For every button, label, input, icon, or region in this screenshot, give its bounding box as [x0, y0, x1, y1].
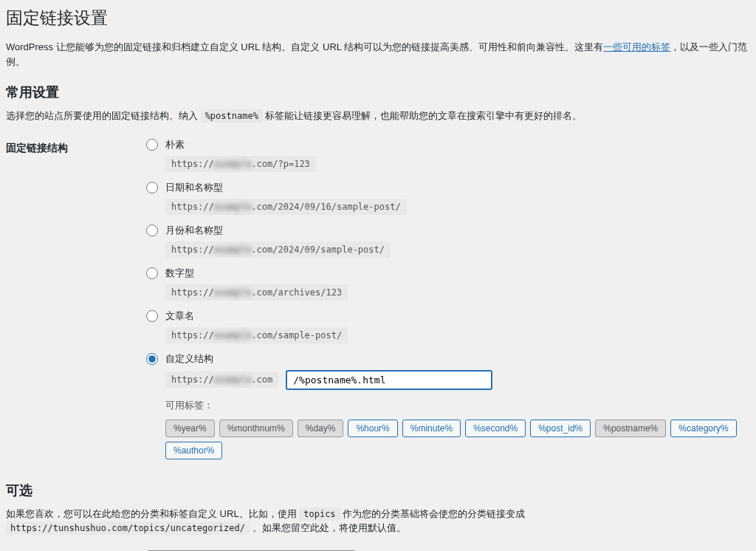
- option-numeric[interactable]: 数字型: [146, 267, 743, 280]
- option-numeric-label: 数字型: [165, 267, 194, 280]
- option-month-name[interactable]: 月份和名称型: [146, 224, 743, 237]
- radio-plain[interactable]: [146, 139, 158, 151]
- permalink-structure-label: 固定链接结构: [6, 131, 139, 467]
- tag-btn-minute[interactable]: %minute%: [402, 420, 461, 437]
- example-month-name: https://example.com/2024/09/sample-post/: [165, 242, 391, 258]
- custom-structure-input[interactable]: [286, 370, 492, 390]
- option-post-name[interactable]: 文章名: [146, 309, 743, 323]
- page-title: 固定链接设置: [6, 0, 750, 32]
- tag-btn-post-id[interactable]: %post_id%: [530, 420, 591, 437]
- optional-description: 如果您喜欢，您可以在此给您的分类和标签自定义 URL。比如，使用 topics …: [6, 507, 750, 535]
- example-post-name: https://example.com/sample-post/: [165, 327, 348, 343]
- option-plain-label: 朴素: [165, 138, 185, 151]
- available-tags-label: 可用标签：: [165, 399, 743, 412]
- example-plain: https://example.com/?p=123: [165, 156, 316, 172]
- tag-btn-postname[interactable]: %postname%: [595, 420, 666, 437]
- option-day-name-label: 日期和名称型: [165, 181, 223, 194]
- tag-btn-year[interactable]: %year%: [165, 420, 215, 437]
- optional-heading: 可选: [6, 482, 750, 499]
- option-month-name-label: 月份和名称型: [165, 224, 223, 237]
- radio-day-name[interactable]: [146, 182, 158, 194]
- example-numeric: https://example.com/archives/123: [165, 284, 348, 301]
- tag-btn-second[interactable]: %second%: [465, 420, 526, 437]
- common-settings-description: 选择您的站点所要使用的固定链接结构。纳入 %postname% 标签能让链接更容…: [6, 109, 750, 123]
- category-base-label: 分类前缀: [6, 543, 139, 552]
- page-intro: WordPress 让您能够为您的固定链接和归档建立自定义 URL 结构。自定义…: [6, 40, 750, 69]
- tag-btn-hour[interactable]: %hour%: [348, 420, 397, 437]
- tag-btn-category[interactable]: %category%: [670, 420, 736, 437]
- option-post-name-label: 文章名: [165, 309, 194, 323]
- url-code: https://tunshushuo.com/topics/uncategori…: [6, 521, 250, 535]
- tag-btn-monthnum[interactable]: %monthnum%: [219, 420, 293, 437]
- tag-btn-author[interactable]: %author%: [165, 442, 222, 459]
- common-settings-heading: 常用设置: [6, 83, 750, 101]
- help-tags-link[interactable]: 一些可用的标签: [603, 41, 670, 52]
- tag-btn-day[interactable]: %day%: [298, 420, 344, 437]
- option-day-name[interactable]: 日期和名称型: [146, 181, 743, 194]
- tag-buttons-row: %year% %monthnum% %day% %hour% %minute% …: [165, 420, 743, 459]
- radio-custom[interactable]: [146, 353, 158, 365]
- radio-numeric[interactable]: [146, 267, 158, 279]
- option-custom[interactable]: 自定义结构: [146, 352, 743, 366]
- topics-code: topics: [299, 507, 340, 521]
- postname-code: %postname%: [201, 109, 263, 123]
- example-custom-prefix: https://example.com: [165, 372, 278, 388]
- radio-post-name[interactable]: [146, 310, 158, 322]
- option-plain[interactable]: 朴素: [146, 138, 743, 151]
- radio-month-name[interactable]: [146, 225, 158, 236]
- option-custom-label: 自定义结构: [165, 352, 213, 366]
- example-day-name: https://example.com/2024/09/16/sample-po…: [165, 199, 407, 215]
